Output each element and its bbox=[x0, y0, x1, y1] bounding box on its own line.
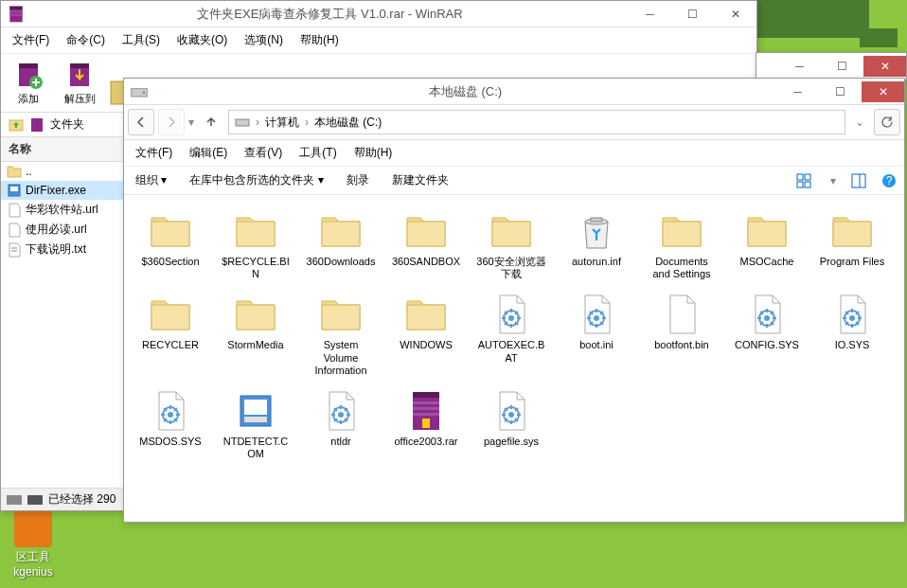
cmd-organize[interactable]: 组织 ▾ bbox=[132, 170, 170, 190]
item-label: office2003.rar bbox=[394, 436, 457, 448]
item-label: RECYCLER bbox=[142, 339, 199, 351]
sysfile-icon bbox=[318, 388, 364, 434]
item-label: AUTOEXEC.BAT bbox=[476, 339, 546, 364]
file-item[interactable]: 360Downloads bbox=[304, 205, 378, 284]
close-button[interactable]: ✕ bbox=[863, 56, 906, 77]
view-dropdown[interactable]: ▾ bbox=[830, 174, 836, 187]
folder-icon bbox=[403, 292, 449, 337]
file-item[interactable]: StormMedia bbox=[219, 288, 293, 381]
nav-up-button[interactable] bbox=[198, 109, 224, 135]
svg-rect-2 bbox=[9, 10, 22, 12]
desktop-decoration bbox=[756, 0, 869, 38]
menu-help[interactable]: 帮助(H) bbox=[347, 142, 400, 164]
file-item[interactable]: autorun.inf bbox=[560, 205, 633, 284]
folder-icon bbox=[744, 208, 790, 254]
folder-icon bbox=[403, 208, 449, 254]
address-dropdown[interactable]: ⌄ bbox=[849, 116, 870, 129]
file-item[interactable]: boot.ini bbox=[560, 288, 633, 381]
file-item[interactable]: office2003.rar bbox=[389, 384, 463, 464]
url-icon bbox=[7, 223, 22, 238]
refresh-button[interactable] bbox=[874, 109, 900, 135]
file-item[interactable]: CONFIG.SYS bbox=[730, 288, 804, 381]
file-item[interactable]: System Volume Information bbox=[304, 288, 378, 381]
sysfile-icon bbox=[574, 292, 619, 337]
file-item[interactable]: ntldr bbox=[304, 384, 378, 464]
item-label: autorun.inf bbox=[572, 256, 621, 268]
svg-rect-25 bbox=[31, 118, 43, 132]
crumb-drive[interactable]: 本地磁盘 (C:) bbox=[314, 115, 382, 131]
file-item[interactable]: RECYCLER bbox=[133, 288, 207, 381]
close-button[interactable]: ✕ bbox=[862, 81, 904, 102]
winrar-titlebar[interactable]: 文件夹EXE病毒查杀修复工具 V1.0.rar - WinRAR ─ ☐ ✕ bbox=[1, 1, 756, 27]
file-item[interactable]: WINDOWS bbox=[389, 288, 463, 381]
menu-file[interactable]: 文件(F) bbox=[5, 29, 57, 51]
file-item[interactable]: 360SANDBOX bbox=[389, 205, 463, 284]
file-name: 华彩软件站.url bbox=[26, 202, 98, 218]
maximize-button[interactable]: ☐ bbox=[821, 56, 863, 77]
maximize-button[interactable]: ☐ bbox=[671, 4, 714, 25]
minimize-button[interactable]: ─ bbox=[776, 81, 819, 102]
file-item[interactable]: $RECYCLE.BIN bbox=[219, 205, 293, 284]
rar-icon bbox=[29, 117, 44, 133]
file-item[interactable]: Program Files bbox=[815, 205, 889, 284]
menu-tools[interactable]: 工具(T) bbox=[292, 142, 344, 164]
minimize-button[interactable]: ─ bbox=[778, 56, 821, 77]
nav-back-button[interactable] bbox=[128, 109, 154, 135]
recycle-icon bbox=[574, 208, 619, 254]
file-item[interactable]: IO.SYS bbox=[815, 288, 889, 381]
preview-pane-icon[interactable] bbox=[851, 173, 866, 188]
extract-icon bbox=[64, 60, 95, 90]
maximize-button[interactable]: ☐ bbox=[819, 81, 862, 102]
file-item[interactable]: $360Section bbox=[133, 205, 207, 284]
folder-up-icon bbox=[7, 164, 22, 179]
file-item[interactable]: bootfont.bin bbox=[645, 288, 719, 381]
close-button[interactable]: ✕ bbox=[714, 4, 756, 25]
file-item[interactable]: MSDOS.SYS bbox=[133, 384, 207, 464]
item-label: NTDETECT.COM bbox=[221, 436, 291, 460]
svg-rect-26 bbox=[7, 495, 22, 505]
explorer-navbar: ▾ › 计算机 › 本地磁盘 (C:) ⌄ bbox=[124, 105, 904, 140]
folder-icon bbox=[233, 292, 278, 337]
address-bar[interactable]: › 计算机 › 本地磁盘 (C:) bbox=[228, 110, 845, 134]
app-icon bbox=[14, 509, 52, 547]
menu-view[interactable]: 查看(V) bbox=[237, 142, 290, 164]
svg-rect-3 bbox=[9, 14, 22, 16]
menu-favorites[interactable]: 收藏夹(O) bbox=[169, 29, 235, 51]
explorer-titlebar[interactable]: 本地磁盘 (C:) ─ ☐ ✕ bbox=[124, 79, 904, 105]
cmd-burn[interactable]: 刻录 bbox=[343, 170, 373, 190]
svg-rect-31 bbox=[797, 174, 803, 180]
svg-rect-1 bbox=[9, 6, 22, 9]
file-item[interactable]: MSOCache bbox=[730, 205, 804, 284]
cmd-include[interactable]: 在库中包含所选的文件夹 ▾ bbox=[186, 170, 327, 190]
menu-edit[interactable]: 编辑(E) bbox=[182, 142, 235, 164]
folder-icon bbox=[318, 292, 364, 337]
menu-command[interactable]: 命令(C) bbox=[59, 29, 113, 51]
file-item[interactable]: AUTOEXEC.BAT bbox=[474, 288, 548, 381]
file-item[interactable]: 360安全浏览器下载 bbox=[474, 205, 548, 284]
menu-file[interactable]: 文件(F) bbox=[128, 142, 180, 164]
sysfile-icon bbox=[148, 388, 193, 434]
explorer-content[interactable]: $360Section$RECYCLE.BIN360Downloads360SA… bbox=[124, 195, 904, 522]
file-item[interactable]: pagefile.sys bbox=[474, 384, 548, 464]
cmd-newfolder[interactable]: 新建文件夹 bbox=[388, 170, 453, 190]
nav-history-dropdown[interactable]: ▾ bbox=[188, 116, 194, 129]
item-label: IO.SYS bbox=[835, 339, 870, 351]
crumb-computer[interactable]: 计算机 bbox=[265, 115, 299, 131]
menu-tools[interactable]: 工具(S) bbox=[115, 29, 168, 51]
arrow-right-icon bbox=[165, 116, 178, 129]
file-name: .. bbox=[26, 165, 32, 178]
menu-options[interactable]: 选项(N) bbox=[237, 29, 291, 51]
help-icon[interactable]: ? bbox=[881, 173, 897, 188]
minimize-button[interactable]: ─ bbox=[629, 4, 671, 25]
tool-add[interactable]: 添加 bbox=[5, 58, 52, 108]
file-item[interactable]: NTDETECT.COM bbox=[219, 384, 293, 464]
menu-help[interactable]: 帮助(H) bbox=[293, 29, 347, 51]
nav-forward-button[interactable] bbox=[158, 109, 185, 135]
file-item[interactable]: Documents and Settings bbox=[645, 205, 719, 284]
up-icon[interactable] bbox=[9, 117, 24, 133]
view-options-icon[interactable] bbox=[796, 173, 815, 188]
tool-extract[interactable]: 解压到 bbox=[56, 58, 103, 108]
drive-icon bbox=[235, 115, 250, 130]
svg-rect-5 bbox=[19, 63, 38, 68]
desktop-shortcut[interactable]: 区工具 kgenius bbox=[0, 509, 66, 579]
